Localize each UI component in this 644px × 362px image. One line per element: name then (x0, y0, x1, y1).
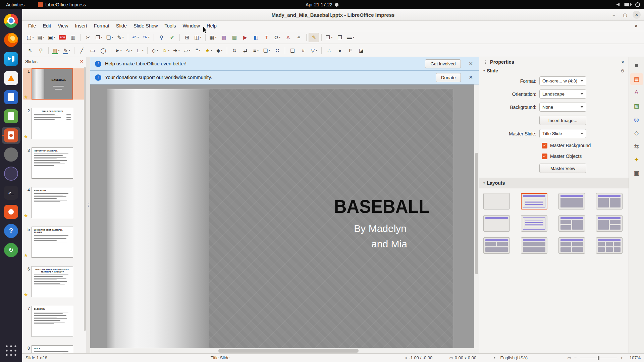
focused-app-indicator[interactable]: LibreOffice Impress (38, 2, 86, 7)
master-view-button[interactable]: Master View (539, 164, 586, 173)
save-button[interactable]: ▣▾ (46, 33, 57, 42)
zoom-slider-thumb[interactable] (598, 356, 599, 360)
fit-slide-icon[interactable]: ▭ (567, 356, 571, 360)
block-arrows-button[interactable]: ➔▾ (171, 46, 182, 55)
layout-grid-4[interactable] (558, 237, 585, 254)
spelling-button[interactable]: ✔ (167, 33, 177, 42)
insert-image-button[interactable]: Insert Image... (539, 116, 586, 125)
dock-libreoffice-calc[interactable] (2, 108, 20, 125)
save-indicator-icon[interactable]: ▪ (489, 355, 500, 360)
dock-app-grid[interactable] (2, 342, 20, 359)
horizontal-scrollbar-thumb[interactable] (218, 349, 358, 353)
shadow-button[interactable]: ❑ (287, 46, 298, 55)
slide-canvas[interactable]: BASEBALL By Madelyn and Mia (90, 84, 474, 348)
dock-libreoffice-writer[interactable] (2, 88, 20, 106)
sidebar-tab-styles[interactable]: A (630, 86, 643, 99)
language-status[interactable]: English (USA) (500, 355, 567, 360)
points-button[interactable]: ∴ (324, 46, 334, 55)
connectors-button[interactable]: ∟▾ (135, 46, 145, 55)
dock-screenshot-tool[interactable] (2, 165, 20, 182)
rectangle-button[interactable]: ▭ (87, 46, 98, 55)
panel-splitter[interactable]: ⋮ (87, 57, 90, 353)
layout-blank[interactable] (483, 193, 510, 209)
window-titlebar[interactable]: Mady_and_Mia_Baseball.pptx - LibreOffice… (22, 9, 644, 21)
insert-line-button[interactable]: ╱ (76, 46, 87, 55)
open-button[interactable]: ▤▾ (36, 33, 46, 42)
symbol-shapes-button[interactable]: ☺▾ (160, 46, 171, 55)
current-slide[interactable]: BASEBALL By Madelyn and Mia (107, 89, 453, 348)
sidebar-tab-animation[interactable]: ✦ (630, 154, 643, 166)
menu-tools[interactable]: Tools (161, 22, 179, 29)
insert-image-button[interactable]: ▨ (218, 33, 229, 42)
crop-button[interactable]: # (298, 46, 309, 55)
slide-thumbnail-4[interactable]: 4★BABE RUTH (23, 187, 85, 218)
new-slide-button[interactable]: ❒▾ (324, 33, 334, 42)
zoom-out-button[interactable]: − (574, 355, 577, 360)
layout-title-sub[interactable] (521, 193, 547, 209)
menu-slide[interactable]: Slide (113, 22, 130, 29)
slide-thumbnail-6[interactable]: 6★DID YOU KNOW EVERY BASEBALL TEAM HAS A… (23, 266, 85, 297)
insert-table-button[interactable]: ▦▾ (208, 33, 218, 42)
minimize-button[interactable]: – (610, 11, 618, 19)
dock-vscode[interactable] (2, 50, 20, 68)
insert-gallery-button[interactable]: ▧ (229, 33, 240, 42)
filter-button[interactable]: ▽▾ (309, 46, 319, 55)
layout-centered-text[interactable] (521, 215, 547, 232)
menu-window[interactable]: Window (179, 22, 203, 29)
align-button[interactable]: ≡▾ (251, 46, 261, 55)
special-character-button[interactable]: Ω▾ (272, 33, 283, 42)
basic-shapes-button[interactable]: ◇▾ (150, 46, 160, 55)
close-button[interactable]: ✕ (633, 11, 641, 19)
dock-gimp[interactable] (2, 146, 20, 163)
lines-arrows-button[interactable]: ➤▾ (113, 46, 124, 55)
zoom-slider[interactable] (580, 358, 617, 358)
copy-button[interactable]: ❐▾ (94, 33, 104, 42)
hyperlink-button[interactable]: ⚭ (293, 33, 304, 42)
ellipse-button[interactable]: ◯ (98, 46, 109, 55)
menu-format[interactable]: Format (91, 22, 113, 29)
fill-color-button[interactable]: ▨▾ (51, 46, 61, 55)
fontwork-gallery-button[interactable]: F (345, 46, 356, 55)
layout-1l-2r[interactable] (596, 215, 623, 232)
get-involved-button[interactable]: Get involved (425, 59, 461, 68)
menu-help[interactable]: Help (203, 22, 220, 29)
menu-file[interactable]: File (25, 22, 39, 29)
insert-media-button[interactable]: ▶ (240, 33, 251, 42)
master-background-checkbox-row[interactable]: ✓ Master Background (542, 142, 629, 149)
new-button[interactable]: ▢▾ (25, 33, 36, 42)
dock-libreoffice-impress[interactable] (2, 127, 20, 144)
close-document-icon[interactable]: ✕ (631, 23, 641, 28)
fontwork-button[interactable]: A (283, 33, 293, 42)
scrollbar-thumb[interactable] (84, 67, 86, 331)
background-select[interactable]: None (539, 103, 586, 112)
export-pdf-button[interactable]: PDF (57, 33, 68, 42)
3d-objects-button[interactable]: ◆▾ (214, 46, 225, 55)
insert-textbox-button[interactable]: T (261, 33, 272, 42)
dock-firefox[interactable] (2, 31, 20, 49)
master-objects-checkbox-row[interactable]: ✓ Master Objects (542, 153, 629, 160)
master-slide-select[interactable]: Title Slide (539, 129, 586, 138)
slide-subtitle-line2[interactable]: and Mia (371, 238, 407, 250)
stars-banners-button[interactable]: ★▾ (203, 46, 214, 55)
menu-insert[interactable]: Insert (72, 22, 91, 29)
cut-button[interactable]: ✂ (83, 33, 94, 42)
sidebar-tab-navigator[interactable]: ◎ (630, 113, 643, 125)
arrange-button[interactable]: ❏▾ (261, 46, 272, 55)
sidebar-tab-master-slides[interactable]: ▣ (630, 167, 643, 179)
dock-help[interactable]: ? (2, 222, 20, 240)
layout-title-content[interactable] (558, 193, 585, 209)
redo-button[interactable]: ↷▾ (141, 33, 152, 42)
dock-terminal[interactable]: >_ (2, 184, 20, 201)
horizontal-scrollbar[interactable] (90, 348, 479, 353)
section-more-options-icon[interactable]: ⚙ (621, 68, 625, 73)
orientation-select[interactable]: Landscape (539, 89, 586, 99)
activities-button[interactable]: Activities (4, 2, 26, 7)
select-button[interactable]: ↖ (25, 46, 36, 55)
find-replace-button[interactable]: ⚲ (156, 33, 167, 42)
maximize-button[interactable]: ▢ (621, 11, 629, 19)
layout-title-only[interactable] (483, 215, 510, 232)
insert-chart-button[interactable]: ◧ (251, 33, 261, 42)
sidebar-tab-properties[interactable]: ▤ (630, 73, 643, 85)
menu-slide-show[interactable]: Slide Show (130, 22, 161, 29)
slide-thumbnail-8[interactable]: 8INDEX (23, 345, 85, 353)
